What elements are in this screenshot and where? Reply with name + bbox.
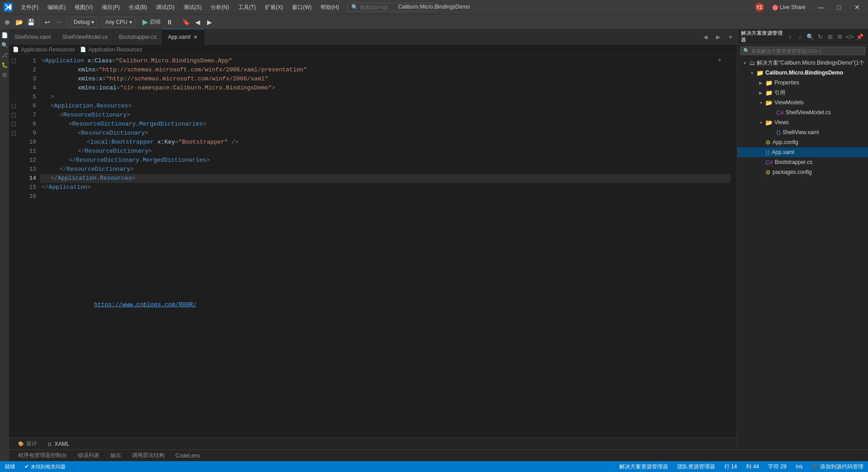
activity-debug[interactable]: 🐛 bbox=[0, 61, 9, 70]
toolbar-pause[interactable]: ⏸ bbox=[164, 17, 175, 28]
code-line-1[interactable]: <Application x:Class="Caliburn.Micro.Bin… bbox=[40, 56, 731, 65]
tabs-scroll-right[interactable]: ▶ bbox=[712, 29, 724, 45]
tree-appconfig[interactable]: ⚙ App.config bbox=[737, 137, 868, 147]
tab-callhierarchy[interactable]: 调用层次结构 bbox=[127, 450, 170, 461]
gutter-7[interactable]: − bbox=[9, 111, 18, 120]
tab-codelens[interactable]: CodeLens bbox=[170, 451, 206, 461]
user-avatar[interactable]: YZ bbox=[755, 3, 764, 12]
menu-tools[interactable]: 工具(T) bbox=[234, 2, 260, 13]
run-button[interactable]: ▶ 启动 bbox=[140, 17, 163, 27]
code-line-11[interactable]: </ResourceDictionary> bbox=[40, 147, 731, 156]
tree-appxaml[interactable]: ⟨⟩ App.xaml bbox=[737, 147, 868, 157]
tab-errors[interactable]: 错误列表 bbox=[72, 450, 105, 461]
menu-help[interactable]: 帮助(H) bbox=[316, 2, 344, 13]
code-line-2[interactable]: xmlns="http://schemas.microsoft.com/winf… bbox=[40, 65, 731, 75]
menu-extensions[interactable]: 扩展(X) bbox=[260, 2, 288, 13]
tree-properties[interactable]: ▶ 📁 Properties bbox=[737, 78, 868, 88]
menu-file[interactable]: 文件(F) bbox=[16, 2, 43, 13]
code-line-12[interactable]: </ResourceDictionary.MergedDictionaries> bbox=[40, 156, 731, 165]
status-char[interactable]: 字符 29 bbox=[764, 461, 791, 472]
project-item[interactable]: ▾ 📁 Caliburn.Micro.BindingsDemo bbox=[737, 68, 868, 78]
code-line-9[interactable]: <ResourceDictionary> bbox=[40, 129, 731, 138]
minimize-button[interactable]: — bbox=[814, 0, 828, 14]
code-line-14[interactable]: </Application.Resources> bbox=[40, 174, 731, 183]
status-check[interactable]: ✔ 未找到相关问题 bbox=[20, 461, 70, 472]
fold-7[interactable]: − bbox=[11, 113, 16, 117]
breadcrumb-left[interactable]: Application.Resources bbox=[21, 47, 75, 53]
tree-views[interactable]: ▾ 📂 Views bbox=[737, 117, 868, 127]
status-col[interactable]: 列 44 bbox=[741, 461, 764, 472]
code-line-15[interactable]: </Application> bbox=[40, 183, 731, 192]
gutter-6[interactable]: − bbox=[9, 102, 18, 111]
pin-btn[interactable]: 📌 bbox=[855, 32, 864, 41]
code-line-13[interactable]: </ResourceDictionary> bbox=[40, 165, 731, 174]
filter-btn[interactable]: 🔍 bbox=[806, 32, 815, 41]
home-btn[interactable]: ⌂ bbox=[796, 32, 805, 41]
menu-build[interactable]: 生成(B) bbox=[124, 2, 151, 13]
code-btn[interactable]: </> bbox=[845, 32, 854, 41]
tab-output[interactable]: 输出 bbox=[105, 450, 127, 461]
refresh-btn[interactable]: ↻ bbox=[816, 32, 825, 41]
solution-search-input[interactable] bbox=[751, 48, 862, 54]
menu-test[interactable]: 测试(S) bbox=[179, 2, 206, 13]
viewmodels-expand[interactable]: ▾ bbox=[757, 99, 764, 106]
code-line-8[interactable]: <ResourceDictionary.MergedDictionaries> bbox=[40, 120, 731, 129]
tree-viewmodels[interactable]: ▾ 📂 ViewModels bbox=[737, 98, 868, 107]
fold-1[interactable]: − bbox=[11, 59, 16, 63]
fold-9[interactable]: − bbox=[11, 131, 16, 136]
tab-appxaml[interactable]: App.xaml ✕ bbox=[162, 29, 204, 45]
menu-edit[interactable]: 编辑(E) bbox=[43, 2, 70, 13]
tab-bootstrapper[interactable]: Bootstrapper.cs bbox=[113, 29, 162, 45]
views-expand[interactable]: ▾ bbox=[757, 119, 764, 126]
tab-shellview[interactable]: ShellView.xaml bbox=[9, 29, 57, 45]
platform-dropdown[interactable]: Any CPU ▾ bbox=[102, 17, 135, 28]
fold-6[interactable]: − bbox=[11, 104, 16, 108]
tree-shellviewmodel[interactable]: C# ShellViewModel.cs bbox=[737, 107, 868, 117]
tab-shellviewmodel[interactable]: ShellViewModel.cs bbox=[57, 29, 113, 45]
code-editor[interactable]: − − − − − 1 2 3 bbox=[9, 55, 737, 461]
url-link[interactable]: https://www.cnblogs.com/R00R/ bbox=[94, 301, 196, 308]
tab-nuget[interactable]: 程序包管理器控制台 bbox=[13, 450, 72, 461]
code-line-10[interactable]: <local:Bootstrapper x:Key="Bootstrapper"… bbox=[40, 138, 731, 147]
tree-shellview[interactable]: ⟨⟩ ShellView.xaml bbox=[737, 127, 868, 137]
toolbar-undo[interactable]: ↩ bbox=[42, 17, 53, 28]
fold-8[interactable]: − bbox=[11, 122, 16, 126]
close-button[interactable]: ✕ bbox=[850, 0, 864, 14]
toolbar-prev[interactable]: ◀ bbox=[193, 17, 203, 28]
toolbar-next[interactable]: ▶ bbox=[204, 17, 215, 28]
code-content[interactable]: <Application x:Class="Caliburn.Micro.Bin… bbox=[40, 55, 731, 461]
status-solution-explorer[interactable]: 解决方案资源管理器 bbox=[615, 461, 673, 472]
toolbar-redo[interactable]: ↪ bbox=[54, 17, 65, 28]
live-share-button[interactable]: ⬤ Live Share bbox=[768, 3, 810, 12]
add-line-button[interactable]: + bbox=[716, 56, 723, 64]
restore-button[interactable]: □ bbox=[832, 0, 846, 14]
settings-btn[interactable]: ⚙ bbox=[835, 32, 844, 41]
breadcrumb-right[interactable]: Application.Resources bbox=[88, 47, 142, 53]
menu-project[interactable]: 项目(P) bbox=[97, 2, 124, 13]
solution-root[interactable]: ▾ 🗂 解决方案"Caliburn.Micro.BindingsDemo"(1个 bbox=[737, 58, 868, 68]
tree-bootstrapper[interactable]: C# Bootstrapper.cs bbox=[737, 157, 868, 167]
editor-scrollbar[interactable] bbox=[731, 55, 737, 461]
code-line-4[interactable]: xmlns:local="clr-namespace:Caliburn.Micr… bbox=[40, 84, 731, 93]
solution-expand[interactable]: ▾ bbox=[741, 59, 748, 66]
menu-analyze[interactable]: 分析(N) bbox=[206, 2, 234, 13]
debug-config-dropdown[interactable]: Debug ▾ bbox=[71, 17, 97, 28]
gutter-9[interactable]: − bbox=[9, 129, 18, 138]
toolbar-bookmark[interactable]: 🔖 bbox=[181, 17, 192, 28]
tab-design[interactable]: 🎨 设计 bbox=[13, 438, 42, 449]
activity-git[interactable]: ⎇ bbox=[0, 51, 9, 60]
sync-btn[interactable]: ↕ bbox=[786, 32, 795, 41]
toolbar-new[interactable]: ⊕ bbox=[2, 17, 13, 28]
status-add-source[interactable]: ➕ 添加到源代码管理 bbox=[807, 461, 868, 472]
menu-debug[interactable]: 调试(D) bbox=[151, 2, 179, 13]
gutter-8[interactable]: − bbox=[9, 120, 18, 129]
gutter-1[interactable]: − bbox=[9, 56, 18, 65]
tab-appxaml-close[interactable]: ✕ bbox=[192, 34, 198, 40]
project-expand[interactable]: ▾ bbox=[748, 69, 755, 76]
menu-view[interactable]: 视图(V) bbox=[70, 2, 97, 13]
status-ins[interactable]: Ins bbox=[791, 461, 807, 472]
tree-references[interactable]: ▶ 📁 引用 bbox=[737, 88, 868, 98]
references-expand[interactable]: ▶ bbox=[757, 89, 764, 96]
activity-extensions[interactable]: ⊞ bbox=[0, 70, 9, 79]
tab-xaml[interactable]: ⟨⟩ XAML bbox=[42, 439, 75, 449]
